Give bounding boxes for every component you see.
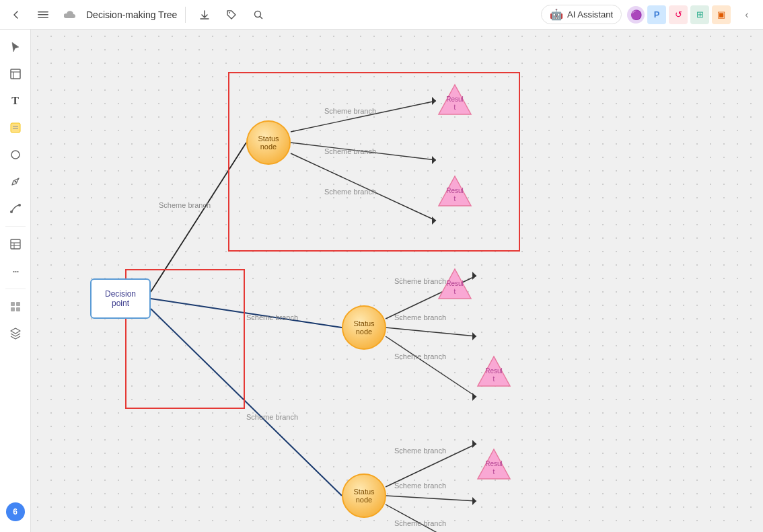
svg-marker-31 bbox=[432, 217, 436, 225]
svg-marker-37 bbox=[472, 393, 476, 401]
topbar-separator bbox=[185, 7, 186, 23]
topbar: Decision-making Tree 🤖 AI Assistant 🟣 P … bbox=[0, 0, 763, 30]
svg-marker-29 bbox=[432, 97, 436, 105]
svg-rect-5 bbox=[11, 69, 20, 79]
toolbar-icon-4[interactable]: ⊞ bbox=[690, 5, 709, 24]
status-node-1[interactable]: Status node bbox=[246, 120, 291, 165]
sidebar-templates[interactable] bbox=[3, 295, 28, 319]
svg-rect-19 bbox=[11, 302, 15, 306]
svg-line-34 bbox=[386, 336, 476, 397]
download-button[interactable] bbox=[194, 4, 215, 26]
status-node-2[interactable]: Status node bbox=[342, 305, 386, 350]
toolbar-icon-3[interactable]: ↺ bbox=[669, 5, 688, 24]
result-node-5[interactable]: Result bbox=[476, 448, 511, 480]
sidebar-shapes[interactable] bbox=[3, 143, 28, 167]
sidebar-frame[interactable] bbox=[3, 62, 28, 86]
sidebar-pen[interactable] bbox=[3, 169, 28, 194]
branch-label-4: Scheme branch bbox=[324, 188, 376, 196]
svg-line-28 bbox=[291, 153, 436, 221]
sidebar-sep-1 bbox=[5, 226, 26, 227]
document-title: Decision-making Tree bbox=[86, 9, 177, 20]
svg-point-3 bbox=[229, 12, 230, 13]
status-node-2-label: Status node bbox=[353, 319, 374, 336]
svg-rect-22 bbox=[16, 307, 20, 311]
branch-label-9: Scheme branch bbox=[246, 413, 298, 421]
svg-marker-36 bbox=[472, 332, 476, 340]
svg-marker-35 bbox=[472, 272, 476, 280]
svg-point-11 bbox=[11, 151, 20, 159]
branch-label-7: Scheme branch bbox=[394, 313, 446, 321]
result-node-4[interactable]: Result bbox=[476, 355, 511, 387]
svg-line-26 bbox=[291, 101, 436, 132]
svg-marker-30 bbox=[432, 156, 436, 164]
branch-label-10: Scheme branch bbox=[394, 447, 446, 455]
sidebar-text[interactable]: T bbox=[3, 89, 28, 113]
branch-label-5: Scheme branch bbox=[246, 313, 298, 321]
toolbar-icon-5[interactable]: ▣ bbox=[712, 5, 731, 24]
sidebar-table[interactable] bbox=[3, 232, 28, 256]
branch-label-3: Scheme branch bbox=[324, 147, 376, 155]
branch-label-1: Scheme branch bbox=[159, 201, 211, 209]
svg-line-33 bbox=[386, 328, 476, 336]
back-button[interactable] bbox=[5, 4, 27, 26]
sidebar-cursor[interactable] bbox=[3, 35, 28, 59]
svg-line-25 bbox=[151, 309, 342, 496]
sidebar-connector[interactable] bbox=[3, 196, 28, 221]
sidebar-layers[interactable] bbox=[3, 321, 28, 346]
ai-btn-label: AI Assistant bbox=[567, 9, 613, 20]
svg-line-40 bbox=[386, 504, 476, 532]
svg-rect-21 bbox=[11, 307, 15, 311]
sidebar-sticky[interactable] bbox=[3, 116, 28, 140]
svg-rect-1 bbox=[38, 14, 48, 15]
ai-icon: 🤖 bbox=[550, 8, 563, 21]
status-node-3[interactable]: Status node bbox=[342, 473, 386, 518]
left-sidebar: T ··· 6 bbox=[0, 30, 31, 532]
branch-label-2: Scheme branch bbox=[324, 107, 376, 115]
svg-marker-42 bbox=[472, 497, 476, 505]
main-area: T ··· 6 bbox=[0, 30, 763, 532]
svg-rect-2 bbox=[38, 17, 48, 18]
svg-rect-15 bbox=[11, 239, 20, 249]
branch-label-6: Scheme branch bbox=[394, 277, 446, 285]
decision-node[interactable]: Decision point bbox=[90, 278, 151, 319]
toolbar-icon-2[interactable]: P bbox=[647, 5, 666, 24]
sidebar-more[interactable]: ··· bbox=[3, 259, 28, 283]
decision-node-label: Decision point bbox=[105, 289, 136, 308]
svg-rect-0 bbox=[38, 11, 48, 13]
svg-point-12 bbox=[14, 181, 16, 183]
ai-assistant-button[interactable]: 🤖 AI Assistant bbox=[541, 5, 622, 24]
toolbar-icons: 🟣 P ↺ ⊞ ▣ bbox=[627, 5, 731, 24]
status-node-1-label: Status node bbox=[258, 135, 279, 151]
sidebar-sep-2 bbox=[5, 289, 26, 289]
svg-rect-20 bbox=[16, 302, 20, 306]
svg-line-39 bbox=[386, 496, 476, 501]
diagram-canvas[interactable]: Decision point Status node Status node S… bbox=[31, 30, 763, 532]
branch-label-8: Scheme branch bbox=[394, 352, 446, 360]
cloud-button[interactable] bbox=[59, 4, 81, 26]
collapse-toolbar-button[interactable]: ‹ bbox=[736, 4, 758, 26]
status-node-3-label: Status node bbox=[353, 488, 374, 504]
branch-label-11: Scheme branch bbox=[394, 482, 446, 490]
svg-point-14 bbox=[18, 204, 21, 206]
svg-point-13 bbox=[10, 211, 13, 213]
branch-label-12: Scheme branch bbox=[394, 519, 446, 527]
toolbar-icon-1[interactable]: 🟣 bbox=[627, 6, 645, 24]
menu-button[interactable] bbox=[32, 4, 54, 26]
result-node-2[interactable]: Result bbox=[437, 175, 472, 207]
tag-button[interactable] bbox=[221, 4, 242, 26]
user-avatar: 6 bbox=[6, 502, 25, 521]
search-button[interactable] bbox=[248, 4, 269, 26]
svg-rect-8 bbox=[11, 123, 20, 132]
svg-line-23 bbox=[151, 143, 246, 292]
result-node-1[interactable]: Result bbox=[437, 83, 472, 116]
svg-marker-41 bbox=[472, 440, 476, 448]
